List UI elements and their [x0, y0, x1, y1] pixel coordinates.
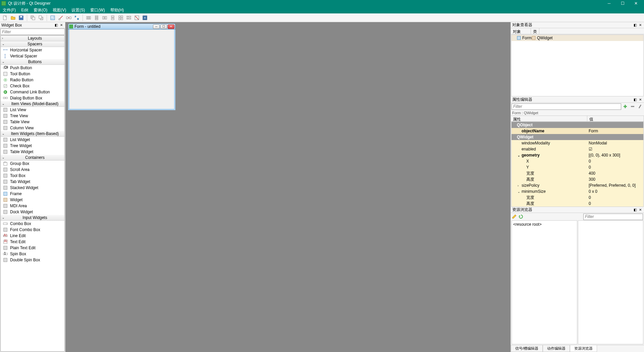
form-close-button[interactable]: ✕ — [168, 25, 174, 29]
edit-tab-order-button[interactable]: 1 — [73, 14, 80, 21]
layout-hsplitter-button[interactable] — [101, 14, 108, 21]
configure-button[interactable] — [637, 103, 643, 110]
category-containers[interactable]: ⌄Containers — [1, 155, 64, 161]
widget-dock-widget[interactable]: Dock Widget — [1, 209, 64, 215]
widget-stacked-widget[interactable]: Stacked Widget — [1, 185, 64, 191]
layout-horizontal-button[interactable] — [85, 14, 92, 21]
dock-close-button[interactable]: ✕ — [638, 208, 643, 212]
form-titlebar[interactable]: Form - untitled ─ ☐ ✕ — [68, 24, 175, 30]
adjust-size-button[interactable] — [141, 14, 149, 21]
form-canvas[interactable] — [68, 30, 175, 110]
widget-widget[interactable]: Widget — [1, 197, 64, 203]
resource-preview[interactable] — [578, 220, 643, 344]
widget-tree-widget[interactable]: Tree Widget — [1, 143, 64, 149]
widget-tree-view[interactable]: Tree View — [1, 113, 64, 119]
widget-text-edit[interactable]: AIText Edit — [1, 239, 64, 245]
property-row[interactable]: Y0 — [512, 164, 643, 170]
widget-line-edit[interactable]: AILine Edit — [1, 233, 64, 239]
property-row[interactable]: ⌄minimumSize0 x 0 — [512, 188, 643, 194]
property-row[interactable]: 高度0 — [512, 201, 643, 207]
maximize-button[interactable]: ☐ — [616, 0, 629, 7]
menu-edit[interactable]: Edit — [18, 7, 31, 13]
widget-dialog-button-box[interactable]: Dialog Button Box — [1, 95, 64, 101]
widget-frame[interactable]: Frame — [1, 191, 64, 197]
widget-spin-box[interactable]: 1Spin Box — [1, 251, 64, 257]
menu-h[interactable]: 帮助(H) — [108, 7, 127, 13]
widget-vertical-spacer[interactable]: Vertical Spacer — [1, 53, 64, 59]
property-table[interactable]: QObjectobjectNameFormQWidgetwindowModali… — [511, 122, 644, 207]
reload-button[interactable] — [518, 214, 524, 219]
widget-group-box[interactable]: Group Box — [1, 161, 64, 167]
tab-1[interactable]: 动作编辑器 — [543, 345, 570, 352]
resource-tree[interactable]: <resource root> — [512, 220, 577, 344]
widget-tool-box[interactable]: Tool Box — [1, 173, 64, 179]
resource-filter[interactable] — [583, 214, 643, 220]
dock-close-button[interactable]: ✕ — [638, 97, 643, 102]
widget-font-combo-box[interactable]: Font Combo Box — [1, 227, 64, 233]
widget-horizontal-spacer[interactable]: Horizontal Spacer — [1, 47, 64, 53]
widget-mdi-area[interactable]: MDI Area — [1, 203, 64, 209]
break-layout-button[interactable] — [133, 14, 141, 21]
send-back-button[interactable] — [29, 14, 37, 21]
menu-v[interactable]: 视图(V) — [50, 7, 69, 13]
add-property-button[interactable] — [622, 103, 629, 110]
form-minimize-button[interactable]: ─ — [153, 25, 160, 29]
edit-buddies-button[interactable] — [65, 14, 72, 21]
save-button[interactable] — [17, 14, 25, 21]
property-row[interactable]: 高度300 — [512, 176, 643, 182]
widget-check-box[interactable]: Check Box — [1, 83, 64, 89]
widget-table-view[interactable]: Table View — [1, 119, 64, 125]
property-row[interactable]: QObject — [512, 122, 643, 128]
property-filter[interactable] — [512, 103, 621, 110]
category-layouts[interactable]: ›Layouts — [1, 36, 64, 41]
widget-tab-widget[interactable]: Tab Widget — [1, 179, 64, 185]
property-row[interactable]: 宽度400 — [512, 170, 643, 176]
dock-close-button[interactable]: ✕ — [59, 23, 64, 28]
widget-scroll-area[interactable]: Scroll Area — [1, 167, 64, 173]
widget-double-spin-box[interactable]: Double Spin Box — [1, 257, 64, 263]
widget-combo-box[interactable]: Combo Box — [1, 221, 64, 227]
property-row[interactable]: enabled☑ — [512, 146, 643, 152]
object-col-object[interactable]: 对象 — [511, 28, 531, 34]
category-item-widgets-item-based-[interactable]: ⌄Item Widgets (Item-Based) — [1, 131, 64, 137]
layout-form-button[interactable] — [125, 14, 132, 21]
widget-box-tree[interactable]: ›Layouts⌄SpacersHorizontal SpacerVertica… — [0, 35, 65, 352]
widget-plain-text-edit[interactable]: Plain Text Edit — [1, 245, 64, 251]
layout-vertical-button[interactable] — [93, 14, 100, 21]
form-window[interactable]: Form - untitled ─ ☐ ✕ — [68, 24, 175, 110]
edit-resources-button[interactable] — [512, 214, 517, 219]
dock-float-button[interactable]: ◧ — [633, 97, 637, 102]
menu-w[interactable]: 窗口(W) — [88, 7, 107, 13]
layout-grid-button[interactable] — [117, 14, 124, 21]
widget-table-widget[interactable]: Table Widget — [1, 149, 64, 155]
category-spacers[interactable]: ⌄Spacers — [1, 41, 64, 47]
category-item-views-model-based-[interactable]: ⌄Item Views (Model-Based) — [1, 101, 64, 107]
layout-vsplitter-button[interactable] — [109, 14, 116, 21]
widget-list-view[interactable]: List View — [1, 107, 64, 113]
property-col-value[interactable]: 值 — [587, 116, 644, 122]
property-col-name[interactable]: 属性 — [511, 116, 587, 122]
object-tree[interactable]: Form QWidget — [511, 35, 644, 96]
minimize-button[interactable]: ─ — [602, 0, 616, 7]
dock-close-button[interactable]: ✕ — [638, 23, 643, 28]
menu-f[interactable]: 文件(F) — [0, 7, 18, 13]
tab-2[interactable]: 资源浏览器 — [570, 345, 597, 352]
widget-command-link-button[interactable]: Command Link Button — [1, 89, 64, 95]
category-buttons[interactable]: ⌄Buttons — [1, 59, 64, 65]
widget-column-view[interactable]: Column View — [1, 125, 64, 131]
new-file-button[interactable] — [1, 14, 9, 21]
property-row[interactable]: 宽度0 — [512, 194, 643, 201]
edit-widgets-button[interactable] — [49, 14, 56, 21]
open-file-button[interactable] — [9, 14, 17, 21]
property-row[interactable]: QWidget — [512, 134, 643, 140]
close-button[interactable]: ✕ — [629, 0, 643, 7]
dock-float-button[interactable]: ◧ — [54, 23, 58, 28]
tab-0[interactable]: 信号/槽编辑器 — [511, 345, 543, 352]
dock-float-button[interactable]: ◧ — [633, 23, 637, 28]
property-row[interactable]: objectNameForm — [512, 128, 643, 134]
object-row[interactable]: Form QWidget — [512, 35, 643, 41]
menu-s[interactable]: 设置(S) — [69, 7, 88, 13]
widget-box-filter[interactable] — [0, 29, 65, 35]
property-row[interactable]: X0 — [512, 158, 643, 164]
property-row[interactable]: ›sizePolicy[Preferred, Preferred, 0, 0] — [512, 182, 643, 188]
